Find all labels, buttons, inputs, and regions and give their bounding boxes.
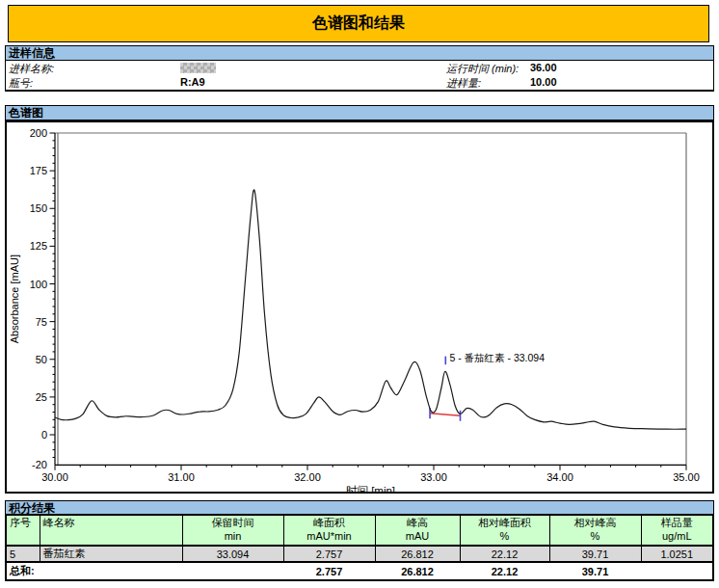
section-header-chromatogram: 色谱图: [5, 105, 714, 120]
peak-annotation-label: 5 - 番茄红素 - 33.094: [449, 352, 545, 363]
x-tick-label: 30.00: [41, 471, 68, 483]
results-header-cell: 峰面积mAU*min: [283, 515, 375, 546]
injection-info-box: 进样名称: 瓶号: R:A9 运行时间 (min): 36.00 进样量: 10…: [5, 60, 714, 92]
injection-volume-value: 10.00: [530, 76, 557, 88]
section-title-integration-results: 积分结果: [9, 501, 55, 515]
integration-results-table: 序号峰名称保留时间min峰面积mAU*min峰高mAU相对峰面积%相对峰高%样品…: [5, 514, 714, 581]
injection-volume-label: 进样量:: [446, 76, 481, 91]
y-tick-label: 25: [36, 391, 47, 403]
section-title-chromatogram: 色谱图: [9, 106, 43, 120]
results-data-cell: 5: [6, 546, 40, 562]
y-tick-label: 75: [36, 316, 47, 328]
chromatography-report-page: 色谱图和结果 进样信息 进样名称: 瓶号: R:A9 运行时间 (min): 3…: [0, 0, 719, 588]
run-time-value: 36.00: [530, 62, 557, 73]
y-tick-label: 175: [30, 165, 47, 176]
sample-name-label: 进样名称:: [9, 62, 54, 76]
y-tick-label: 50: [36, 354, 47, 365]
page-title: 色谱图和结果: [312, 13, 405, 34]
sample-name-redacted-value: [180, 63, 216, 73]
vial-label: 瓶号:: [9, 76, 33, 91]
results-header-cell: 样品量ug/mL: [641, 515, 713, 546]
report-title-banner: 色谱图和结果: [8, 5, 709, 42]
results-header-cell: 相对峰面积%: [460, 515, 549, 546]
chromatogram-chart: 0255075100125150175200-2030.0031.0032.00…: [5, 120, 714, 494]
results-total-cell: [641, 562, 713, 580]
results-data-cell: 番茄红素: [40, 546, 182, 562]
y-tick-label: 150: [30, 202, 47, 214]
x-tick-label: 31.00: [168, 471, 195, 483]
results-data-cell: 22.12: [460, 546, 549, 562]
results-data-row: 5番茄红素33.0942.75726.81222.1239.711.0251: [6, 546, 713, 562]
chromatogram-trace: [55, 190, 686, 429]
y-axis-title: Absorbance [mAU]: [9, 254, 20, 343]
results-data-cell: 33.094: [182, 546, 283, 562]
run-time-label: 运行时间 (min):: [446, 62, 519, 76]
results-total-cell: 2.757: [283, 562, 375, 580]
x-tick-label: 32.00: [294, 471, 321, 483]
results-header-cell: 峰高mAU: [375, 515, 460, 546]
results-header-cell: 保留时间min: [182, 515, 283, 546]
results-data-cell: 39.71: [549, 546, 641, 562]
section-header-injection-info: 进样信息: [5, 45, 714, 61]
results-total-row: 总和:2.75726.81222.1239.71: [6, 562, 713, 580]
y-tick-label: 0: [41, 429, 47, 441]
section-title-injection-info: 进样信息: [9, 46, 55, 60]
x-tick-label: 34.00: [546, 471, 573, 483]
x-tick-label: 35.00: [673, 471, 700, 483]
results-total-cell: 22.12: [460, 562, 549, 580]
y-tick-label: 100: [30, 279, 47, 290]
y-tick-label: 125: [30, 240, 47, 252]
results-total-label: 总和:: [6, 562, 182, 580]
y-tick-label: 200: [30, 127, 47, 139]
results-total-cell: 26.812: [375, 562, 460, 580]
results-total-cell: 39.71: [549, 562, 641, 580]
y-tick-label-min: -20: [32, 459, 47, 470]
results-header-cell: 序号: [6, 515, 40, 546]
x-tick-label: 33.00: [420, 471, 447, 483]
results-header-cell: 相对峰高%: [549, 515, 641, 546]
results-data-cell: 1.0251: [641, 546, 713, 562]
x-axis-title: 时间 [min]: [346, 485, 395, 492]
vial-value: R:A9: [180, 76, 205, 88]
results-data-cell: 2.757: [283, 546, 375, 562]
results-header-cell: 峰名称: [40, 515, 182, 546]
results-total-cell: [182, 562, 283, 580]
integration-baseline: [430, 414, 460, 416]
results-data-cell: 26.812: [375, 546, 460, 562]
results-header-row: 序号峰名称保留时间min峰面积mAU*min峰高mAU相对峰面积%相对峰高%样品…: [6, 515, 713, 546]
chromatogram-plot-svg: 0255075100125150175200-2030.0031.0032.00…: [7, 122, 712, 492]
